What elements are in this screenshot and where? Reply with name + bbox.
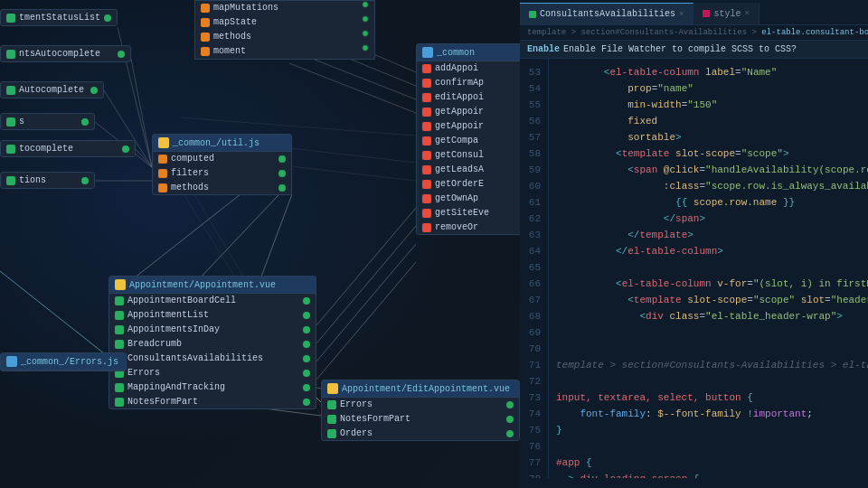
- node-appt-item: ConsultantsAvailabilities: [109, 352, 316, 366]
- node-common-item: editAppoi: [417, 90, 524, 105]
- scss-file-icon: [703, 10, 710, 17]
- breadcrumb-element: el-table.consultant-board-table: [761, 28, 868, 37]
- node-common-item: getConsul: [417, 148, 524, 163]
- node-util-item-methods: methods: [153, 181, 291, 194]
- node-appt-item: MappingAndTracking: [109, 380, 316, 395]
- code-line: </template>: [556, 227, 861, 243]
- node-common-item: getAppoir: [417, 119, 524, 134]
- common-header-icon: [422, 47, 433, 58]
- code-line: prop="name": [556, 80, 861, 97]
- item-icon-computed: [158, 155, 167, 164]
- code-line: [556, 324, 861, 341]
- code-line: <el-table-column v-for="(slot, i) in fir…: [556, 276, 861, 292]
- item-icon-v: [201, 18, 210, 27]
- item-icon-v: [201, 47, 210, 56]
- node-appt-item: AppointmentBoardCell: [109, 294, 316, 308]
- code-line: }: [556, 422, 861, 438]
- partial-node-2: ntsAutocomplete: [0, 45, 131, 62]
- code-line: [556, 438, 861, 455]
- tab-consultants[interactable]: ConsultantsAvailabilities ×: [520, 3, 693, 24]
- node-common: _common addAppoi confirmAp editAppoi get…: [416, 43, 524, 235]
- node-errorsjs-header: _common_/Errors.js: [1, 353, 126, 371]
- node-appointment: Appointment/Appointment.vue AppointmentB…: [108, 276, 316, 409]
- code-line: {{ scope.row.name }}: [556, 194, 861, 211]
- node-common-item: removeOr: [417, 221, 524, 234]
- partial-node-3: Autocomplete: [0, 81, 104, 99]
- code-editor-panel: ConsultantsAvailabilities × style × temp…: [520, 0, 868, 488]
- code-content: 5354555657 5859606162 6364656667 6869707…: [520, 59, 868, 478]
- connector: [362, 1, 369, 8]
- code-line: > div.loading-screen {: [556, 471, 861, 478]
- code-line: :class="scope.row.is_always_available ? …: [556, 178, 861, 194]
- node-appointment-header: Appointment/Appointment.vue: [109, 277, 316, 294]
- errorsjs-header-icon: [6, 356, 17, 367]
- code-lines: 5354555657 5859606162 6364656667 6869707…: [520, 59, 868, 478]
- node-common-item: getLeadsA: [417, 163, 524, 177]
- code-line: </span>: [556, 211, 861, 227]
- code-line: <template slot-scope="scope" slot="heade…: [556, 292, 861, 308]
- code-line: [556, 373, 861, 389]
- code-line: <el-table-column label="Name": [556, 64, 861, 80]
- connector: [362, 44, 369, 52]
- node-util: _common_/util.js computed filters method…: [152, 134, 292, 195]
- node-edit-appt-header: Appointment/EditAppointment.vue: [322, 380, 519, 398]
- item-icon-v: [201, 33, 210, 42]
- node-appt-item: NotesFormPart: [109, 395, 316, 408]
- node-edit-appt-item: NotesFormPart: [322, 412, 519, 427]
- item-icon: [6, 14, 15, 23]
- code-line: <template slot-scope="scope">: [556, 145, 861, 162]
- breadcrumb-bar: template > section#Consultants-Availabil…: [520, 25, 868, 41]
- node-edit-appt-item: Errors: [322, 398, 519, 412]
- vue-file-icon: [529, 11, 536, 18]
- top-node-item-label: mapMutations: [213, 3, 278, 13]
- tab-close-icon[interactable]: ×: [744, 9, 749, 18]
- top-node-item: mapMutations: [195, 1, 374, 15]
- partial-node-4: s: [0, 113, 95, 130]
- node-common-item: getCompa: [417, 134, 524, 148]
- code-line: min-width="150": [556, 97, 861, 113]
- top-node-item-label: moment: [213, 46, 246, 56]
- connector: [362, 15, 369, 23]
- top-node-item: moment: [195, 44, 374, 59]
- code-line: <div class="el-table_header-wrap">: [556, 308, 861, 324]
- breadcrumb-template: template: [527, 28, 566, 37]
- item-icon-methods: [158, 183, 167, 192]
- top-node-item: methods: [195, 30, 374, 44]
- code-line: [556, 259, 861, 276]
- tab-style[interactable]: style ×: [693, 3, 759, 24]
- partial-node-6: tions: [0, 172, 95, 189]
- node-errorsjs: _common_/Errors.js: [0, 352, 127, 371]
- item-icon-v: [201, 4, 210, 13]
- node-appt-item: AppointmentsInDay: [109, 323, 316, 337]
- code-line: </el-table-column>: [556, 243, 861, 259]
- top-node-item-label: mapState: [213, 17, 257, 27]
- code-line: sortable>: [556, 129, 861, 145]
- node-appt-item: Errors: [109, 366, 316, 380]
- node-edit-appointment: Appointment/EditAppointment.vue Errors N…: [321, 380, 520, 441]
- code-line: #app {: [556, 455, 861, 471]
- partial-node-1: tmentStatusList: [0, 9, 118, 26]
- notification-bar: Enable Enable File Watcher to compile SC…: [520, 41, 868, 59]
- edit-appt-header-icon: [327, 383, 338, 394]
- util-header-icon: [158, 137, 169, 148]
- node-common-item: confirmAp: [417, 76, 524, 90]
- code-line: fixed: [556, 113, 861, 129]
- line-numbers: 5354555657 5859606162 6364656667 6869707…: [520, 59, 549, 478]
- code-line: input, textarea, select, button {: [556, 389, 861, 406]
- connector: [362, 30, 369, 37]
- node-edit-appt-item: Orders: [322, 427, 519, 440]
- node-appt-item: AppointmentList: [109, 308, 316, 323]
- node-common-item: getAppoir: [417, 105, 524, 119]
- node-appt-item: Breadcrumb: [109, 337, 316, 352]
- node-common-item: getOwnAp: [417, 192, 524, 206]
- node-common-item: addAppoi: [417, 61, 524, 76]
- node-util-header: _common_/util.js: [153, 135, 291, 152]
- code-line: template > section#Consultants-Availabil…: [556, 357, 861, 373]
- node-util-item-computed: computed: [153, 152, 291, 166]
- tab-close-icon[interactable]: ×: [679, 10, 684, 19]
- appointment-header-icon: [115, 279, 126, 290]
- graph-panel: mapMutations mapState methods moment tme…: [0, 0, 524, 488]
- node-common-item: getOrderE: [417, 177, 524, 192]
- top-node: mapMutations mapState methods moment: [194, 0, 375, 60]
- code-line: font-family: $--font-family !important;: [556, 406, 861, 422]
